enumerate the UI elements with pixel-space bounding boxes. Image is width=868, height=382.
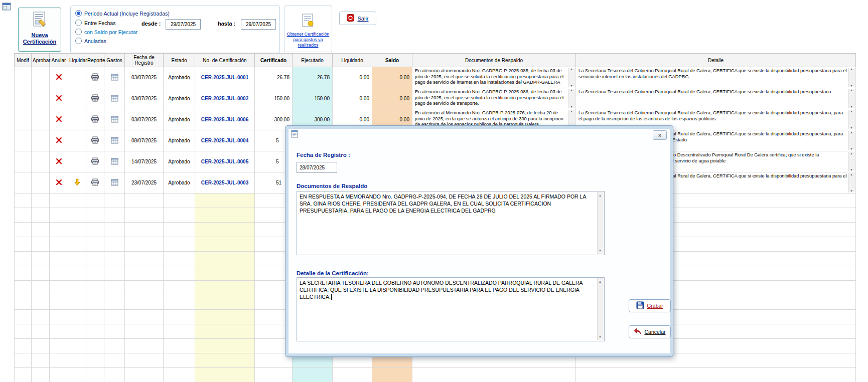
col-header-saldo[interactable]: Saldo xyxy=(372,54,412,67)
ejecutado-cell[interactable]: 150.00 xyxy=(293,88,333,109)
radio-anuladas[interactable]: Anuladas xyxy=(75,38,106,44)
col-header-detalle[interactable]: Detalle xyxy=(576,54,856,67)
anular-button[interactable] xyxy=(50,130,68,151)
documentos-cell[interactable]: En atención al memorando Nro. GADPRG-P-2… xyxy=(412,67,576,88)
certificacion-number-cell[interactable]: CER-2025-JUL-0005 xyxy=(195,151,255,172)
estado-cell[interactable]: Aprobado xyxy=(164,109,195,130)
col-header-aprobar[interactable]: Aprobar xyxy=(32,54,50,67)
empty-cell xyxy=(68,281,86,295)
nueva-certificacion-button[interactable]: Nueva Certificación xyxy=(18,8,61,52)
empty-cell xyxy=(86,368,104,382)
desde-field[interactable]: 29/07/2025 xyxy=(166,19,201,30)
fecha-cell[interactable]: 03/07/2025 xyxy=(125,109,164,130)
col-header-no-de-certificaci-n[interactable]: No. de Certificación xyxy=(195,54,255,67)
estado-cell[interactable]: Aprobado xyxy=(164,67,195,88)
reporte-button[interactable] xyxy=(86,151,104,172)
estado-cell[interactable]: Aprobado xyxy=(164,172,195,194)
certificado-cell[interactable]: 26.78 xyxy=(255,67,293,88)
certificacion-number-cell[interactable]: CER-2025-JUL-0003 xyxy=(195,172,255,194)
cell-scrollbar[interactable] xyxy=(568,68,575,87)
certificacion-number-cell[interactable]: CER-2025-JUL-0004 xyxy=(195,130,255,151)
certificacion-number-cell[interactable]: CER-2025-JUL-0002 xyxy=(195,88,255,109)
dialog-close-button[interactable]: × xyxy=(653,130,667,140)
obtener-certificacion-button[interactable]: Obtener Certificación para gastos ya rea… xyxy=(284,6,332,52)
gastos-button[interactable] xyxy=(104,67,125,88)
cell-scrollbar[interactable] xyxy=(848,173,855,193)
estado-cell[interactable]: Aprobado xyxy=(164,88,195,109)
estado-cell[interactable]: Aprobado xyxy=(164,130,195,151)
fecha-cell[interactable]: 03/07/2025 xyxy=(125,67,164,88)
empty-cell xyxy=(68,208,86,223)
saldo-cell[interactable]: 0.00 xyxy=(372,67,412,88)
fecha-cell[interactable]: 08/07/2025 xyxy=(125,130,164,151)
gastos-button[interactable] xyxy=(104,172,125,194)
empty-cell xyxy=(125,339,164,353)
liquidar-cell xyxy=(68,67,86,88)
col-header-estado[interactable]: Estado xyxy=(164,54,195,67)
ejecutado-cell[interactable]: 26.78 xyxy=(293,67,333,88)
cell-scrollbar[interactable] xyxy=(848,110,855,129)
col-header-ejecutado[interactable]: Ejecutado xyxy=(293,54,333,67)
empty-cell xyxy=(86,324,104,339)
gastos-button[interactable] xyxy=(104,109,125,130)
reporte-button[interactable] xyxy=(86,130,104,151)
hasta-field[interactable]: 29/07/2025 xyxy=(241,19,276,30)
fecha-cell[interactable]: 14/07/2025 xyxy=(125,151,164,172)
saldo-cell[interactable]: 0.00 xyxy=(372,88,412,109)
col-header-fecha-de-registro[interactable]: Fecha de Registro xyxy=(125,54,164,67)
cell-scrollbar[interactable] xyxy=(848,68,855,87)
gastos-button[interactable] xyxy=(104,130,125,151)
cell-scrollbar[interactable] xyxy=(848,89,855,108)
certificacion-number-cell[interactable]: CER-2025-JUL-0006 xyxy=(195,109,255,130)
col-header-documentos-de-respaldo[interactable]: Documentos de Respaldo xyxy=(412,54,576,67)
radio-periodo-actual[interactable]: Periodo Actual (Incluye Registradas) xyxy=(75,10,170,17)
salir-button[interactable]: Salir xyxy=(339,12,376,25)
reporte-button[interactable] xyxy=(86,67,104,88)
reporte-button[interactable] xyxy=(86,109,104,130)
liquidar-button[interactable] xyxy=(68,172,86,194)
gastos-button[interactable] xyxy=(104,151,125,172)
cancelar-button[interactable]: Cancelar xyxy=(629,325,671,338)
reporte-button[interactable] xyxy=(86,88,104,109)
detalle-textarea[interactable]: LA SECRETARIA TESORERA DEL GOBIERNO AUTO… xyxy=(297,277,605,341)
empty-cell xyxy=(195,281,255,295)
fecha-cell[interactable]: 23/07/2025 xyxy=(125,172,164,194)
anular-button[interactable] xyxy=(50,151,68,172)
certificado-cell[interactable]: 150.00 xyxy=(255,88,293,109)
certificacion-number-cell[interactable]: CER-2025-JUL-0001 xyxy=(195,67,255,88)
liquidado-cell[interactable]: 0.00 xyxy=(333,67,372,88)
cell-scrollbar[interactable] xyxy=(848,152,855,171)
empty-cell xyxy=(68,237,86,252)
anular-button[interactable] xyxy=(50,109,68,130)
liquidado-cell[interactable]: 0.00 xyxy=(333,88,372,109)
documentos-cell[interactable]: En atención al memorando Nro. GADPRG-P-2… xyxy=(412,88,576,109)
documentos-textarea[interactable]: EN RESPUESTA A MEMORANDO Nro. GADPRG-P-2… xyxy=(297,191,605,255)
textarea-scrollbar[interactable] xyxy=(597,192,604,254)
detalle-cell[interactable]: La Secretaria Tesorera del Gobierno Parr… xyxy=(576,88,856,109)
gastos-button[interactable] xyxy=(104,88,125,109)
col-header-gastos[interactable]: Gastos xyxy=(104,54,125,67)
anular-button[interactable] xyxy=(50,88,68,109)
col-header-liquidado[interactable]: Liquidado xyxy=(333,54,372,67)
detalle-cell[interactable]: La Secretaria Tesorera del Gobierno Parr… xyxy=(576,67,856,88)
radio-entre-fechas[interactable]: Entre Fechas xyxy=(75,20,115,26)
col-header-reporte[interactable]: Reporte xyxy=(86,54,104,67)
reporte-button[interactable] xyxy=(86,172,104,194)
fecha-cell[interactable]: 03/07/2025 xyxy=(125,88,164,109)
anular-button[interactable] xyxy=(50,172,68,194)
col-header-liquidar[interactable]: Liquidar xyxy=(68,54,86,67)
table-row: 03/07/2025AprobadoCER-2025-JUL-0002150.0… xyxy=(15,88,856,109)
col-header-anular[interactable]: Anular xyxy=(50,54,68,67)
anular-button[interactable] xyxy=(50,67,68,88)
cell-scrollbar[interactable] xyxy=(848,131,855,150)
fecha-registro-field[interactable]: 28/07/2025 xyxy=(297,162,337,173)
nueva-certificacion-label: Nueva Certificación xyxy=(22,32,58,45)
empty-cell xyxy=(32,208,50,223)
grabar-button[interactable]: Grabar xyxy=(629,299,671,312)
col-header-certificado[interactable]: Certificado xyxy=(255,54,293,67)
radio-con-saldo[interactable]: con Saldo por Ejecutar xyxy=(75,29,137,35)
col-header-modif[interactable]: Modif xyxy=(15,54,32,67)
textarea-scrollbar[interactable] xyxy=(597,278,604,340)
cell-scrollbar[interactable] xyxy=(568,89,575,108)
estado-cell[interactable]: Aprobado xyxy=(164,151,195,172)
